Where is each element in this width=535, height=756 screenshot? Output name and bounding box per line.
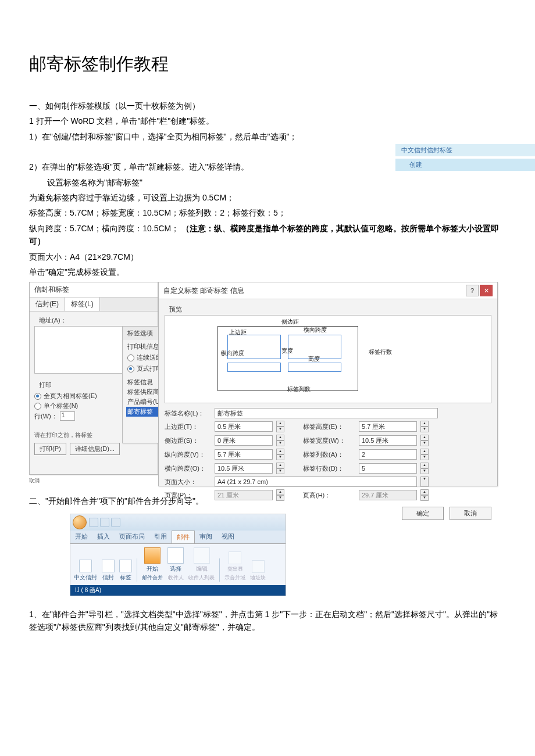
redo-icon[interactable] [111, 518, 120, 527]
tab-labels[interactable]: 标签(L) [65, 298, 100, 311]
dropdown-icon[interactable]: ▼ [420, 476, 429, 487]
label-height-input[interactable]: 5.7 厘米 [359, 421, 417, 432]
field-label: 标签列数(A)： [303, 450, 355, 459]
body-text: 页面大小：A4（21×29.7CM） [29, 250, 506, 263]
body-text: 1）在"创建/信封和标签"窗口中，选择"全页为相同标签"，然后单击"选项"； [29, 130, 506, 143]
section-heading: 一、如何制作标签模版（以一页十枚标签为例） [29, 99, 506, 112]
ok-button[interactable]: 确定 [402, 507, 444, 520]
cancel-button[interactable]: 取消 [450, 507, 491, 520]
office-button-icon[interactable] [73, 515, 87, 529]
tab-envelope[interactable]: 信封(E) [30, 298, 65, 311]
page-size-select[interactable]: A4 (21 x 29.7 cm) [215, 476, 417, 487]
spinner-icon: ▲▼ [276, 489, 284, 501]
field-label: 标签高度(E)： [303, 422, 355, 431]
highlight-icon [229, 551, 241, 564]
body-text: 为避免标签内容过于靠近边缘，可设置上边据为 0.5CM； [29, 191, 506, 204]
envelope-icon [79, 560, 92, 572]
body-text: 标签高度：5.7CM；标签宽度：10.5CM；标签列数：2；标签行数：5； [29, 206, 506, 219]
labels-button[interactable]: 标签 [119, 560, 132, 582]
word-ribbon-screenshot: 开始 插入 页面布局 引用 邮件 审阅 视图 中文信封 信封 标签 [70, 514, 286, 596]
spinner-icon: ▲▼ [420, 489, 429, 501]
page-height-input: 29.7 厘米 [359, 490, 417, 500]
page-title: 邮寄标签制作教程 [29, 52, 506, 76]
address-label: 地址(A)： [34, 314, 153, 326]
spinner-icon[interactable]: ▲▼ [276, 435, 284, 446]
spinner-icon[interactable]: ▲▼ [420, 435, 429, 446]
help-icon[interactable]: ? [466, 285, 479, 296]
dialog-cluster: 信封和标签 信封(E) 标签(L) 地址(A)： 打印 全页为相同标签(E) 单… [29, 282, 506, 491]
body-text: 单击"确定"完成标签设置。 [29, 266, 506, 278]
field-label: 侧边距(S)： [165, 436, 211, 445]
start-mail-merge-button[interactable]: 开始 邮件合并 [142, 547, 163, 582]
envelope-icon [102, 560, 115, 572]
field-label: 纵向跨度(V)： [165, 450, 211, 459]
spinner-icon[interactable]: ▲▼ [420, 449, 429, 460]
quick-access-toolbar[interactable] [89, 518, 120, 527]
side-hint-line: 中文信封信封标签 [395, 144, 535, 156]
body-text: 设置标签名称为"邮寄标签" [29, 176, 506, 189]
field-label: 横向跨度(O)： [165, 464, 211, 473]
radio-label: 全页为相同标签(E) [44, 392, 97, 400]
radio-icon [34, 403, 41, 410]
radio-icon [34, 393, 41, 400]
columns-input[interactable]: 2 [359, 449, 417, 460]
chinese-envelope-button[interactable]: 中文信封 [74, 560, 97, 582]
side-hint-box: 中文信封信封标签 创建 [395, 144, 535, 173]
radio-label: 单个标签(N) [44, 402, 78, 410]
mail-merge-icon [144, 547, 160, 564]
radio-icon [127, 354, 134, 361]
body-text: 1 打开一个 WoRD 文档，单击"邮件"栏"创建"标签。 [29, 114, 506, 127]
tab-view[interactable]: 视图 [217, 531, 239, 543]
label-name-input[interactable]: 邮寄标签 [215, 408, 438, 418]
status-bar: IJ ( 8 函A) [70, 585, 286, 596]
highlight-merge-button[interactable]: 突出显 示合并域 [224, 551, 245, 582]
label-icon [119, 560, 132, 572]
body-text: 纵向跨度：5.7CM；横向跨度：10.5CM； （注意：纵、横跨度是指单个标签的… [29, 222, 506, 248]
tab-review[interactable]: 审阅 [195, 531, 217, 543]
radio-icon [127, 366, 134, 372]
field-label: 标签名称(L)： [165, 409, 211, 418]
select-recipients-button[interactable]: 选择 收件人 [167, 547, 184, 582]
envelope-button[interactable]: 信封 [102, 560, 115, 582]
top-margin-input[interactable]: 0.5 厘米 [215, 421, 273, 432]
edit-recipients-button[interactable]: 编辑 收件人列表 [188, 547, 215, 582]
field-label: 标签宽度(W)： [303, 436, 355, 445]
details-button[interactable]: 详细信息(D)... [70, 443, 120, 455]
row-input[interactable]: 1 [60, 411, 75, 421]
recipients-icon [167, 547, 184, 564]
tab-home[interactable]: 开始 [70, 531, 92, 543]
side-margin-input[interactable]: 0 厘米 [215, 435, 273, 446]
undo-icon[interactable] [100, 518, 109, 527]
row-label: 行(W)： [34, 412, 58, 421]
spinner-icon[interactable]: ▲▼ [276, 449, 284, 460]
body-text: 1、在"邮件合并"导引栏，"选择文档类型"中选择"标签"，并点击第 1 步"下一… [29, 608, 506, 634]
address-block-button[interactable]: 地址块 [250, 560, 266, 582]
dialog-title: 信封和标签 [30, 282, 158, 298]
label-details-dialog: 自定义标签 邮寄标签 信息 ? ✕ 预览 侧边距 上边距 [158, 282, 498, 486]
spinner-icon[interactable]: ▲▼ [420, 421, 429, 432]
field-label: 标签行数(D)： [303, 464, 355, 473]
tab-mailings[interactable]: 邮件 [172, 531, 195, 543]
rows-input[interactable]: 5 [359, 463, 417, 474]
tab-references[interactable]: 引用 [149, 531, 172, 543]
print-button[interactable]: 打印(P) [34, 443, 66, 455]
field-label: 页高(H)： [303, 491, 355, 500]
vertical-span-input[interactable]: 5.7 厘米 [215, 449, 273, 460]
tab-insert[interactable]: 插入 [92, 531, 115, 543]
save-icon[interactable] [89, 518, 98, 527]
close-icon[interactable]: ✕ [480, 285, 493, 296]
label-width-input[interactable]: 10.5 厘米 [359, 435, 417, 446]
page-width-input: 21 厘米 [215, 490, 273, 500]
address-block-icon [252, 560, 265, 573]
field-label: 页宽(P)： [165, 491, 211, 500]
spinner-icon[interactable]: ▲▼ [420, 463, 429, 474]
label-preview: 侧边距 上边距 横向跨度 纵向跨度 宽度 高度 标签行数 标签列数 [165, 315, 491, 403]
horizontal-span-input[interactable]: 10.5 厘米 [215, 463, 273, 474]
side-hint-line: 创建 [395, 159, 535, 171]
spinner-icon[interactable]: ▲▼ [276, 421, 284, 432]
spinner-icon[interactable]: ▲▼ [276, 463, 284, 474]
preview-label: 预览 [165, 303, 491, 315]
edit-recipients-icon [194, 547, 210, 564]
tab-layout[interactable]: 页面布局 [115, 531, 149, 543]
field-label: 页面大小： [165, 478, 211, 486]
